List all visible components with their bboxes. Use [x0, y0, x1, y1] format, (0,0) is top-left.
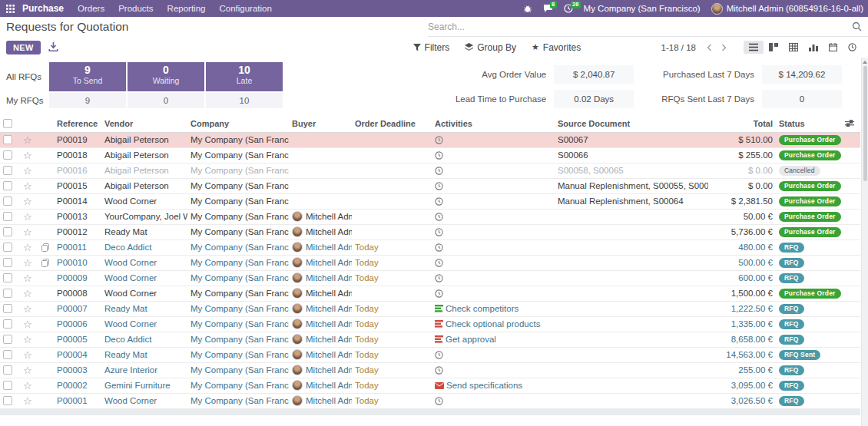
buyer-cell[interactable]: Mitchell Admin [289, 362, 352, 378]
table-row[interactable]: ☆P00012Ready MatMy Company (San Francisc… [0, 224, 860, 239]
source-document-cell[interactable] [555, 209, 708, 224]
activities-cell[interactable] [432, 239, 555, 255]
activity-clock-icon[interactable] [435, 136, 443, 144]
row-checkbox[interactable] [3, 350, 12, 359]
vendor-cell[interactable]: Abigail Peterson [101, 163, 187, 178]
order-deadline-cell[interactable]: Today [352, 255, 432, 270]
table-row[interactable]: ☆P00014Wood CornerMy Company (San Franci… [0, 193, 860, 209]
buyer-cell[interactable]: Mitchell Admin [289, 332, 352, 347]
reference-cell[interactable]: P00007 [54, 301, 101, 316]
pager-next-icon[interactable] [718, 42, 730, 53]
source-document-cell[interactable] [555, 255, 708, 270]
order-deadline-cell[interactable] [352, 209, 432, 224]
activities-cell[interactable]: Get approval [432, 332, 555, 347]
menu-orders[interactable]: Orders [78, 4, 104, 13]
activity-clock-icon[interactable] [435, 151, 443, 160]
column-status[interactable]: Status [776, 115, 842, 132]
calendar-view-icon[interactable] [823, 41, 843, 54]
bug-icon[interactable] [523, 4, 532, 13]
row-checkbox[interactable] [3, 335, 12, 344]
company-cell[interactable]: My Company (San Francisco) [187, 178, 289, 193]
reference-cell[interactable]: P00011 [54, 239, 101, 255]
total-cell[interactable]: 1,335.00 € [708, 316, 776, 332]
table-row[interactable]: ☆P00011Deco AddictMy Company (San Franci… [0, 239, 860, 255]
row-checkbox[interactable] [3, 227, 12, 236]
row-checkbox[interactable] [3, 181, 12, 190]
row-checkbox[interactable] [3, 243, 12, 252]
buyer-cell[interactable]: Mitchell Admin [289, 393, 352, 408]
select-all-checkbox[interactable] [3, 119, 12, 128]
favorite-star-icon[interactable]: ☆ [23, 211, 32, 223]
source-document-cell[interactable] [555, 378, 708, 393]
order-deadline-cell[interactable] [352, 224, 432, 239]
table-row[interactable]: ☆P00003Azure InteriorMy Company (San Fra… [0, 362, 860, 378]
activities-cell[interactable] [432, 286, 555, 301]
source-document-cell[interactable] [555, 347, 708, 362]
reference-cell[interactable]: P00015 [54, 178, 101, 193]
favorite-star-icon[interactable]: ☆ [23, 180, 32, 192]
column-total[interactable]: Total [708, 115, 776, 132]
company-cell[interactable]: My Company (San Francisco) [187, 332, 289, 347]
activities-cell[interactable]: Send specifications [432, 378, 555, 393]
search-input[interactable] [428, 21, 846, 32]
search-icon[interactable] [852, 21, 862, 31]
menu-products[interactable]: Products [118, 4, 153, 13]
my-waiting-count[interactable]: 0 [128, 93, 204, 108]
activity-mail-icon[interactable] [435, 382, 444, 389]
favorites-button[interactable]: ★ Favorites [532, 42, 581, 53]
total-cell[interactable]: 50.00 € [708, 209, 776, 224]
column-activities[interactable]: Activities [432, 115, 555, 132]
total-cell[interactable]: 3,026.50 € [708, 393, 776, 408]
vendor-cell[interactable]: Wood Corner [101, 255, 187, 270]
favorite-star-icon[interactable]: ☆ [23, 303, 32, 315]
company-cell[interactable]: My Company (San Francisco) [187, 286, 289, 301]
favorite-star-icon[interactable]: ☆ [23, 196, 32, 207]
source-document-cell[interactable] [555, 224, 708, 239]
total-cell[interactable]: 14,563.00 € [708, 347, 776, 362]
order-deadline-cell[interactable] [352, 178, 432, 193]
messages-icon[interactable]: 8 [543, 4, 553, 13]
buyer-cell[interactable] [289, 132, 352, 147]
vendor-cell[interactable]: Abigail Peterson [101, 132, 187, 147]
favorite-star-icon[interactable]: ☆ [23, 288, 32, 299]
menu-configuration[interactable]: Configuration [219, 4, 271, 13]
table-row[interactable]: ☆P00002Gemini FurnitureMy Company (San F… [0, 378, 860, 393]
column-vendor[interactable]: Vendor [101, 115, 187, 132]
activities-cell[interactable] [432, 393, 555, 408]
order-deadline-cell[interactable]: Today [352, 270, 432, 286]
vendor-cell[interactable]: Gemini Furniture [101, 378, 187, 393]
favorite-star-icon[interactable]: ☆ [23, 134, 32, 146]
source-document-cell[interactable]: S00058, S00065 [555, 163, 708, 178]
total-cell[interactable]: 1,500.00 € [708, 286, 776, 301]
graph-view-icon[interactable] [803, 41, 823, 54]
table-row[interactable]: ☆P00013YourCompany, Joel WillisMy Compan… [0, 209, 860, 224]
row-checkbox[interactable] [3, 166, 12, 175]
company-cell[interactable]: My Company (San Francisco) [187, 270, 289, 286]
favorite-star-icon[interactable]: ☆ [23, 365, 32, 376]
reference-cell[interactable]: P00010 [54, 255, 101, 270]
vendor-cell[interactable]: Ready Mat [101, 347, 187, 362]
total-cell[interactable]: 1,222.50 € [708, 301, 776, 316]
new-button[interactable]: NEW [6, 41, 41, 54]
activity-clock-icon[interactable] [435, 289, 443, 298]
order-deadline-cell[interactable]: Today [352, 301, 432, 316]
tile-waiting[interactable]: 0 Waiting [128, 62, 204, 91]
source-document-cell[interactable] [555, 316, 708, 332]
total-cell[interactable]: $ 255.00 [708, 147, 776, 163]
activity-tasks-icon[interactable] [435, 305, 443, 312]
source-document-cell[interactable] [555, 332, 708, 347]
activity-clock-icon[interactable] [435, 243, 443, 252]
my-to-send-count[interactable]: 9 [49, 93, 126, 108]
favorite-star-icon[interactable]: ☆ [23, 226, 32, 238]
order-deadline-cell[interactable] [352, 193, 432, 209]
optional-columns-icon[interactable] [845, 119, 857, 127]
total-cell[interactable]: 8,658.00 € [708, 332, 776, 347]
buyer-cell[interactable]: Mitchell Admin [289, 209, 352, 224]
favorite-star-icon[interactable]: ☆ [23, 150, 32, 161]
source-document-cell[interactable] [555, 270, 708, 286]
apps-grid-icon[interactable] [6, 5, 15, 13]
reference-cell[interactable]: P00009 [54, 270, 101, 286]
activities-cell[interactable] [432, 193, 555, 209]
table-row[interactable]: ☆P00001Wood CornerMy Company (San Franci… [0, 393, 860, 408]
reference-cell[interactable]: P00001 [54, 393, 101, 408]
